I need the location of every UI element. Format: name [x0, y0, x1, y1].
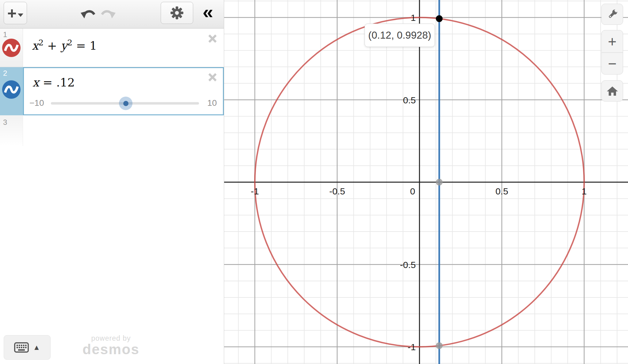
graph-point-2[interactable]: [436, 342, 442, 349]
zoom-button-group: + −: [601, 30, 623, 75]
slider-max-label[interactable]: 10: [207, 98, 217, 108]
zoom-in-button[interactable]: +: [602, 30, 623, 52]
row-number: 1: [3, 30, 7, 39]
keyboard-icon: [14, 342, 29, 353]
desmos-wave-icon: [2, 39, 21, 57]
expression-row-3-empty[interactable]: 3: [0, 115, 224, 150]
expression-row-1[interactable]: 1 x2 + y2 = 1: [0, 29, 224, 67]
redo-button[interactable]: [100, 8, 116, 20]
home-icon: [607, 86, 618, 96]
graph-settings-button[interactable]: [601, 4, 623, 25]
graph-point-1[interactable]: [436, 179, 442, 186]
graph-canvas[interactable]: -1-0.500.5110.5-0.5-1: [224, 0, 628, 364]
zoom-out-button[interactable]: −: [602, 52, 623, 75]
expression-latex[interactable]: x = .12: [33, 76, 75, 89]
desmos-wave-icon: [2, 80, 21, 99]
point-coordinates-tooltip: (0.12, 0.9928): [365, 24, 435, 47]
slider-min-label[interactable]: −10: [29, 98, 44, 108]
row-gutter: 2: [0, 67, 23, 115]
caret-down-icon: [18, 13, 23, 17]
graph-point-0[interactable]: [436, 15, 442, 22]
y-tick-label: -1: [408, 342, 416, 352]
x-tick-label: 1: [582, 186, 587, 196]
row-gutter: 3: [0, 115, 23, 146]
collapse-panel-button[interactable]: «: [199, 3, 217, 23]
undo-arrow-icon: [80, 8, 96, 20]
x-tick-label: -0.5: [329, 186, 345, 196]
delete-expression-button[interactable]: [207, 33, 218, 44]
close-icon: [207, 72, 218, 82]
show-keyboard-button[interactable]: ▲: [4, 335, 51, 360]
plus-icon: +: [7, 5, 17, 21]
desmos-app: -1-0.500.5110.5-0.5-1 (0.12, 0.9928) + −: [0, 0, 628, 364]
add-expression-button[interactable]: +: [4, 2, 27, 24]
x-tick-label: 0: [410, 186, 415, 196]
expression-panel: +: [0, 0, 224, 364]
expression-latex[interactable]: x2 + y2 = 1: [32, 39, 97, 52]
redo-arrow-icon: [100, 8, 116, 20]
triangle-up-icon: ▲: [33, 343, 40, 352]
row-number: 2: [3, 69, 7, 78]
y-tick-label: -0.5: [400, 260, 416, 270]
desmos-watermark: powered by desmos: [68, 334, 154, 356]
y-tick-label: 0.5: [403, 95, 416, 105]
slider-thumb[interactable]: [123, 101, 128, 106]
expression-row-2-selected[interactable]: 2 x = .12 −10 10: [0, 67, 224, 115]
x-tick-label: -1: [251, 186, 259, 196]
y-tick-label: 1: [411, 13, 416, 23]
undo-button[interactable]: [80, 8, 96, 20]
panel-toolbar: +: [0, 0, 224, 29]
graph-paper[interactable]: -1-0.500.5110.5-0.5-1 (0.12, 0.9928) + −: [224, 0, 628, 364]
row-number: 3: [3, 118, 7, 127]
close-icon: [207, 33, 218, 44]
expression-cell[interactable]: x2 + y2 = 1: [23, 29, 224, 67]
x-tick-label: 0.5: [496, 186, 508, 196]
row-gutter: 1: [0, 29, 23, 67]
settings-button[interactable]: [161, 2, 193, 24]
delete-expression-button[interactable]: [207, 72, 218, 82]
expression-style-icon[interactable]: [2, 80, 21, 99]
gear-icon: [170, 6, 184, 20]
expression-style-icon[interactable]: [2, 39, 21, 57]
default-viewport-button[interactable]: [601, 80, 623, 102]
watermark-desmos: desmos: [68, 343, 154, 356]
expression-cell[interactable]: x = .12 −10 10: [23, 67, 224, 115]
wrench-icon: [606, 8, 618, 21]
